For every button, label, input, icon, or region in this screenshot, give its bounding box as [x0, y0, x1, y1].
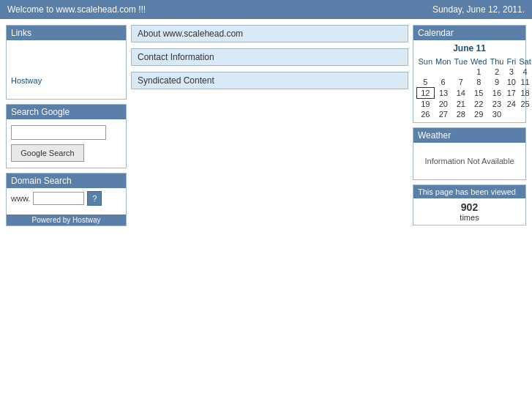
weather-message: Information Not Available: [424, 157, 514, 165]
cal-day: [505, 109, 517, 119]
calendar-panel-header: Calendar: [413, 26, 525, 40]
calendar-panel-body: June 11 Sun Mon Tue Wed Thu Fri Sat: [413, 40, 525, 122]
cal-day: 13: [434, 88, 452, 99]
cal-day: 6: [434, 77, 452, 88]
views-label: times: [416, 213, 522, 222]
cal-header-sat: Sat: [517, 56, 532, 67]
weather-panel: Weather Information Not Available: [413, 127, 526, 180]
domain-search-panel: Domain Search www. ? Powered by Hostway: [6, 173, 127, 226]
page-views-panel: This page has been viewed 902 times: [413, 184, 526, 225]
www-label: www.: [11, 194, 30, 203]
cal-day: [434, 67, 452, 77]
cal-day: 30: [488, 109, 505, 119]
links-panel-header: Links: [7, 26, 126, 40]
links-panel: Links Hostway: [6, 25, 127, 100]
cal-day: 5: [417, 77, 435, 88]
cal-day: 15: [469, 88, 488, 99]
views-panel-body: 902 times: [413, 198, 525, 225]
views-panel-header: This page has been viewed: [413, 185, 525, 198]
right-column: Calendar June 11 Sun Mon Tue Wed Thu Fri…: [413, 25, 526, 225]
cal-day: 22: [469, 99, 488, 110]
header: Welcome to www.scalehead.com !!! Sunday,…: [0, 0, 532, 19]
cal-header-tue: Tue: [452, 56, 469, 67]
cal-day: 11: [517, 77, 532, 88]
cal-day: 19: [417, 99, 435, 110]
cal-day: 12: [417, 88, 435, 99]
cal-day: 23: [488, 99, 505, 110]
google-search-button[interactable]: Google Search: [11, 144, 84, 162]
links-panel-body: Hostway: [7, 40, 126, 99]
domain-panel-header: Domain Search: [7, 174, 126, 188]
cal-day: 1: [469, 67, 488, 77]
cal-day: 25: [517, 99, 532, 110]
cal-day: 4: [517, 67, 532, 77]
cal-day: 3: [505, 67, 517, 77]
welcome-text: Welcome to www.scalehead.com !!!: [7, 4, 146, 15]
calendar-month-title: June 11: [416, 43, 522, 53]
cal-day: 26: [417, 109, 435, 119]
cal-day: 10: [505, 77, 517, 88]
cal-day: 21: [452, 99, 469, 110]
cal-day: 18: [517, 88, 532, 99]
cal-day: 7: [452, 77, 469, 88]
domain-input[interactable]: [33, 192, 84, 205]
calendar-panel: Calendar June 11 Sun Mon Tue Wed Thu Fri…: [413, 25, 526, 123]
search-input[interactable]: [11, 125, 106, 140]
views-count: 902: [416, 201, 522, 213]
cal-day: 29: [469, 109, 488, 119]
cal-day: 20: [434, 99, 452, 110]
cal-day: 24: [505, 99, 517, 110]
cal-day: 2: [488, 67, 505, 77]
domain-powered-by: Powered by Hostway: [7, 215, 126, 225]
calendar-table: Sun Mon Tue Wed Thu Fri Sat 123456789101…: [416, 56, 532, 119]
cal-day: [517, 109, 532, 119]
cal-day: 8: [469, 77, 488, 88]
hostway-link[interactable]: Hostway: [11, 76, 42, 85]
left-column: Links Hostway Search Google Google Searc…: [6, 25, 127, 226]
cal-day: 28: [452, 109, 469, 119]
cal-header-wed: Wed: [469, 56, 488, 67]
main-layout: Links Hostway Search Google Google Searc…: [0, 19, 532, 232]
about-row: About www.scalehead.com: [131, 25, 408, 42]
cal-day: [452, 67, 469, 77]
cal-day: 17: [505, 88, 517, 99]
cal-header-fri: Fri: [505, 56, 517, 67]
search-panel-header: Search Google: [7, 105, 126, 119]
weather-panel-body: Information Not Available: [413, 143, 525, 179]
contact-row: Contact Information: [131, 48, 408, 66]
syndicated-row: Syndicated Content: [131, 72, 408, 89]
cal-day: [417, 67, 435, 77]
cal-day: 16: [488, 88, 505, 99]
weather-panel-header: Weather: [413, 128, 525, 143]
middle-column: About www.scalehead.com Contact Informat…: [131, 25, 408, 92]
cal-day: 14: [452, 88, 469, 99]
search-panel-body: Google Search: [7, 119, 126, 168]
cal-header-sun: Sun: [417, 56, 435, 67]
cal-day: 9: [488, 77, 505, 88]
cal-header-mon: Mon: [434, 56, 452, 67]
domain-go-button[interactable]: ?: [87, 191, 102, 206]
domain-input-row: www. ?: [11, 191, 121, 206]
cal-day: 27: [434, 109, 452, 119]
domain-panel-body: www. ?: [7, 188, 126, 212]
date-text: Sunday, June 12, 2011.: [432, 4, 525, 15]
search-google-panel: Search Google Google Search: [6, 104, 127, 168]
cal-header-thu: Thu: [488, 56, 505, 67]
